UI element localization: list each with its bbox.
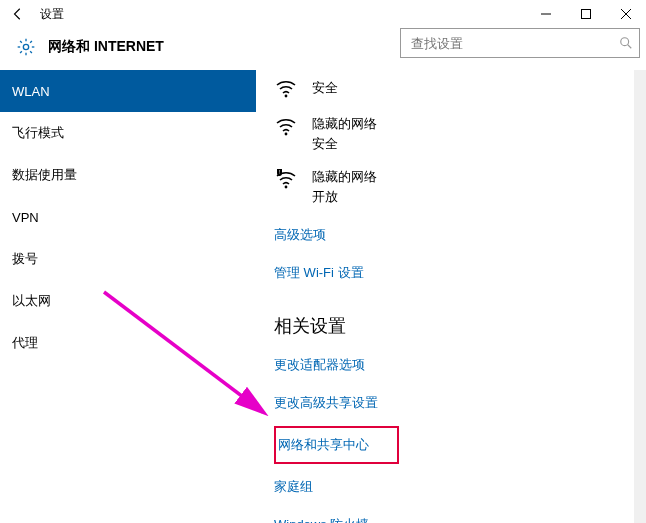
wifi-network-item[interactable]: 安全 bbox=[274, 70, 618, 110]
svg-line-6 bbox=[20, 41, 22, 43]
wifi-label: 安全 bbox=[312, 78, 338, 98]
title-bar: 设置 bbox=[0, 0, 646, 28]
sidebar-item-data-usage[interactable]: 数据使用量 bbox=[0, 154, 256, 196]
search-icon bbox=[619, 36, 633, 50]
close-button[interactable] bbox=[606, 0, 646, 28]
link-change-adapter[interactable]: 更改适配器选项 bbox=[274, 346, 618, 384]
wifi-icon bbox=[274, 114, 298, 138]
wifi-label: 隐藏的网络 bbox=[312, 167, 377, 187]
link-windows-firewall[interactable]: Windows 防火墙 bbox=[274, 506, 618, 523]
svg-point-13 bbox=[285, 133, 288, 136]
sidebar-item-label: 以太网 bbox=[12, 292, 51, 310]
sidebar-item-ethernet[interactable]: 以太网 bbox=[0, 280, 256, 322]
sidebar-item-label: 代理 bbox=[12, 334, 38, 352]
wifi-network-item[interactable]: 隐藏的网络 安全 bbox=[274, 110, 618, 163]
arrow-left-icon bbox=[11, 7, 25, 21]
breadcrumb: 网络和 INTERNET bbox=[36, 38, 164, 56]
gear-icon bbox=[16, 37, 36, 57]
header: 网络和 INTERNET bbox=[0, 30, 646, 64]
sidebar-item-airplane[interactable]: 飞行模式 bbox=[0, 112, 256, 154]
sidebar-item-label: 数据使用量 bbox=[12, 166, 77, 184]
wifi-label-group: 隐藏的网络 安全 bbox=[312, 114, 377, 153]
sidebar-item-label: WLAN bbox=[12, 84, 50, 99]
svg-text:!: ! bbox=[279, 169, 280, 175]
link-advanced-sharing[interactable]: 更改高级共享设置 bbox=[274, 384, 618, 422]
svg-line-9 bbox=[30, 41, 32, 43]
svg-point-1 bbox=[23, 44, 28, 49]
svg-point-14 bbox=[285, 186, 288, 189]
sidebar-item-wlan[interactable]: WLAN bbox=[0, 70, 256, 112]
minimize-icon bbox=[541, 9, 551, 19]
close-icon bbox=[621, 9, 631, 19]
wifi-label-group: 隐藏的网络 开放 bbox=[312, 167, 377, 206]
minimize-button[interactable] bbox=[526, 0, 566, 28]
sidebar-item-dialup[interactable]: 拨号 bbox=[0, 238, 256, 280]
link-advanced-options[interactable]: 高级选项 bbox=[274, 216, 618, 254]
wifi-sublabel: 安全 bbox=[312, 134, 377, 154]
section-heading-related: 相关设置 bbox=[274, 292, 618, 346]
maximize-button[interactable] bbox=[566, 0, 606, 28]
sidebar: WLAN 飞行模式 数据使用量 VPN 拨号 以太网 代理 bbox=[0, 70, 256, 523]
annotation-highlight: 网络和共享中心 bbox=[274, 426, 399, 464]
sidebar-item-label: 拨号 bbox=[12, 250, 38, 268]
link-homegroup[interactable]: 家庭组 bbox=[274, 468, 618, 506]
sidebar-item-proxy[interactable]: 代理 bbox=[0, 322, 256, 364]
search-input[interactable] bbox=[409, 35, 619, 52]
sidebar-item-vpn[interactable]: VPN bbox=[0, 196, 256, 238]
search-box[interactable] bbox=[400, 28, 640, 58]
maximize-icon bbox=[581, 9, 591, 19]
window-title: 设置 bbox=[32, 6, 64, 23]
svg-point-10 bbox=[621, 38, 629, 46]
back-button[interactable] bbox=[4, 0, 32, 28]
scrollbar-thumb[interactable] bbox=[636, 70, 644, 102]
sidebar-item-label: 飞行模式 bbox=[12, 124, 64, 142]
svg-line-11 bbox=[628, 45, 632, 49]
shield-overlay-icon: ! bbox=[277, 169, 282, 176]
svg-rect-0 bbox=[582, 10, 591, 19]
link-manage-wifi[interactable]: 管理 Wi-Fi 设置 bbox=[274, 254, 618, 292]
wifi-label: 隐藏的网络 bbox=[312, 114, 377, 134]
wifi-icon bbox=[274, 76, 298, 100]
link-network-sharing-center[interactable]: 网络和共享中心 bbox=[278, 432, 369, 458]
window-controls bbox=[526, 0, 646, 28]
svg-line-7 bbox=[30, 51, 32, 53]
content-pane: 安全 隐藏的网络 安全 ! bbox=[256, 70, 646, 523]
wifi-sublabel: 开放 bbox=[312, 187, 377, 207]
wifi-open-icon: ! bbox=[274, 167, 298, 191]
wifi-network-item[interactable]: ! 隐藏的网络 开放 bbox=[274, 163, 618, 216]
svg-line-8 bbox=[20, 51, 22, 53]
svg-point-12 bbox=[285, 95, 288, 98]
sidebar-item-label: VPN bbox=[12, 210, 39, 225]
